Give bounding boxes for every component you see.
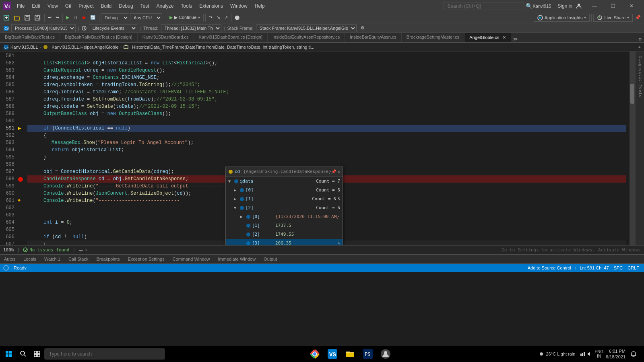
- fileexplorer-taskbar-btn[interactable]: [342, 348, 358, 360]
- filepath-method[interactable]: HistoricalData_TimeFrame(DateTime fromDa…: [132, 45, 314, 49]
- maximize-btn[interactable]: ❐: [604, 0, 622, 12]
- step-over-btn[interactable]: ↷: [207, 14, 214, 21]
- process-select[interactable]: Process: [10400] Kanvi915.exe: [11, 24, 76, 32]
- popup-row-2[interactable]: ▼ [2] Count = 6: [226, 204, 343, 212]
- stop-btn[interactable]: ⏹: [80, 14, 88, 21]
- continue-btn[interactable]: ▶ ▶ Continue ▾: [166, 14, 204, 21]
- menu-tools[interactable]: Tools: [178, 2, 195, 10]
- person-taskbar-btn[interactable]: [378, 348, 394, 360]
- step-out-btn[interactable]: ↗: [223, 14, 229, 21]
- tab-immediate[interactable]: Immediate Window: [214, 255, 260, 263]
- cursor-pos[interactable]: Ln: 591 Ch: 47: [578, 265, 610, 270]
- space-encoding[interactable]: SPC: [612, 265, 625, 270]
- squiggles-label[interactable]: ⚡: [85, 247, 88, 253]
- expand-icon-2-0[interactable]: ▶: [240, 213, 245, 220]
- menu-git[interactable]: Git: [62, 2, 74, 10]
- line-endings[interactable]: CRLF: [626, 265, 641, 270]
- code-editor[interactable]: List<Historical> objHistoricalList = new…: [24, 51, 630, 245]
- menu-view[interactable]: View: [44, 2, 61, 10]
- taskbar-search-input[interactable]: [44, 348, 165, 360]
- popup-close-btn[interactable]: ✕: [338, 168, 340, 175]
- minimize-btn[interactable]: —: [585, 0, 604, 12]
- thread-select[interactable]: Thread: [13632] Main Thread: [161, 24, 221, 32]
- save-all-btn[interactable]: [33, 14, 43, 22]
- sign-in-btn[interactable]: Sign in: [557, 3, 572, 9]
- popup-pin-btn[interactable]: 📌: [331, 168, 336, 175]
- menu-project[interactable]: Project: [75, 2, 97, 10]
- app-insights-btn[interactable]: Application Insights ▾: [534, 14, 590, 22]
- tab-kanvi-cs[interactable]: Kanvi915DashBoard.cs: [138, 33, 194, 42]
- language-btn[interactable]: ENG IN: [594, 350, 603, 358]
- menu-file[interactable]: File: [14, 2, 28, 10]
- tab-command[interactable]: Command Window: [169, 255, 214, 263]
- tab-output[interactable]: Output: [260, 255, 281, 263]
- pause-btn[interactable]: ⏸: [72, 14, 79, 21]
- system-icons[interactable]: [580, 351, 592, 357]
- popup-row-2-0[interactable]: ▶ [0] {11/23/2020 11:15:00 AM}: [226, 212, 343, 221]
- popup-row-data[interactable]: ▼ @data Count = 7: [226, 177, 343, 186]
- menu-build[interactable]: Build: [98, 2, 115, 10]
- tab-bigbash-design[interactable]: BigBashRallyBackTest.cs [Design]: [60, 33, 138, 42]
- live-share-btn[interactable]: Live Share ▾: [593, 14, 633, 22]
- close-btn[interactable]: ✕: [622, 0, 641, 12]
- tab-insidebar-repo[interactable]: InsideBarEquityAssnRepository.cs: [268, 33, 345, 42]
- zoom-level[interactable]: 100%: [3, 247, 14, 253]
- popup-row-1[interactable]: ▶ [1] Count = 6 S: [226, 195, 343, 204]
- taskview-btn[interactable]: [31, 350, 43, 358]
- terminal-taskbar-btn[interactable]: PS: [360, 348, 376, 360]
- tab-watch1[interactable]: Watch 1: [40, 255, 64, 263]
- menu-window[interactable]: Window: [227, 2, 251, 10]
- restart-btn[interactable]: 🔄: [89, 14, 97, 21]
- add-tab-btn[interactable]: +: [638, 45, 641, 49]
- save-btn[interactable]: [23, 14, 32, 22]
- open-btn[interactable]: [12, 14, 22, 22]
- no-issues-label[interactable]: No issues found: [29, 247, 69, 253]
- tab-exception[interactable]: Exception Settings: [124, 255, 169, 263]
- editor-scrollbar[interactable]: [630, 51, 635, 245]
- expand-icon-1[interactable]: ▶: [234, 195, 239, 203]
- tab-bigbash-test[interactable]: BigBashRallyBackTest.cs: [0, 33, 60, 42]
- debug-config-select[interactable]: Debug: [101, 13, 129, 22]
- search-btn[interactable]: [17, 347, 30, 361]
- stack-filter-btn[interactable]: ⚙: [359, 25, 366, 31]
- ready-text[interactable]: Ready: [14, 265, 27, 270]
- vscode-taskbar-btn[interactable]: VS: [324, 348, 341, 360]
- expand-icon[interactable]: ▼: [228, 178, 233, 185]
- lifecycle-select[interactable]: Lifecycle Events: [89, 24, 137, 32]
- expand-icon-0[interactable]: ▶: [234, 187, 239, 194]
- menu-help[interactable]: Help: [252, 2, 268, 10]
- tab-brockrage[interactable]: BrockrageSettingMaster.cs: [402, 33, 464, 42]
- tab-angelgloble[interactable]: AngelGloble.cs ✕: [464, 33, 511, 42]
- popup-row-2-3[interactable]: ▶ [3] 206.35 ✎: [226, 239, 343, 245]
- title-search-input[interactable]: [444, 2, 524, 10]
- clock-btn[interactable]: 6:01 PM 6/18/2021: [606, 348, 625, 360]
- chrome-taskbar-btn[interactable]: [307, 348, 323, 360]
- weather-btn[interactable]: 26°C Light rain: [536, 350, 578, 358]
- edit-val-btn[interactable]: ✎: [338, 240, 340, 245]
- breakpoints-btn[interactable]: ⬤: [233, 14, 241, 21]
- tab-locals[interactable]: Locals: [19, 255, 40, 263]
- popup-row-2-2[interactable]: ▶ [2] 1749.55: [226, 230, 343, 239]
- tab-callstack[interactable]: Call Stack: [64, 255, 93, 263]
- filepath-project[interactable]: Kanvi915.BLL: [10, 45, 38, 49]
- tabs-overflow-btn[interactable]: ≫: [511, 36, 519, 42]
- menu-test[interactable]: Test: [137, 2, 153, 10]
- redo-btn[interactable]: ↪: [54, 14, 61, 21]
- tab-breakpoints[interactable]: Breakpoints: [92, 255, 124, 263]
- popup-row-2-1[interactable]: ▶ [1] 1737.5: [226, 221, 343, 230]
- stack-frame-select[interactable]: Stack Frame: Kanvi915.BLL.Helper.AngelGl…: [256, 24, 357, 32]
- menu-extensions[interactable]: Extensions: [196, 2, 226, 10]
- start-btn[interactable]: [2, 347, 16, 361]
- add-to-source[interactable]: Add to Source Control: [526, 265, 573, 270]
- step-into-btn[interactable]: ↘: [215, 14, 222, 21]
- new-project-btn[interactable]: [2, 14, 11, 22]
- platform-select[interactable]: Any CPU: [130, 13, 162, 22]
- notification-btn[interactable]: [628, 348, 639, 360]
- filepath-class[interactable]: Kanvi915.BLL.Helper.AngelGloble: [52, 45, 118, 49]
- tabs-settings-btn[interactable]: ⚙: [636, 36, 644, 42]
- menu-debug[interactable]: Debug: [116, 2, 136, 10]
- tab-autos[interactable]: Autos: [0, 255, 19, 263]
- pin-btn[interactable]: 📌: [634, 14, 642, 21]
- popup-row-0[interactable]: ▶ [0] Count = 6: [226, 186, 343, 195]
- expand-icon-2[interactable]: ▼: [234, 204, 239, 212]
